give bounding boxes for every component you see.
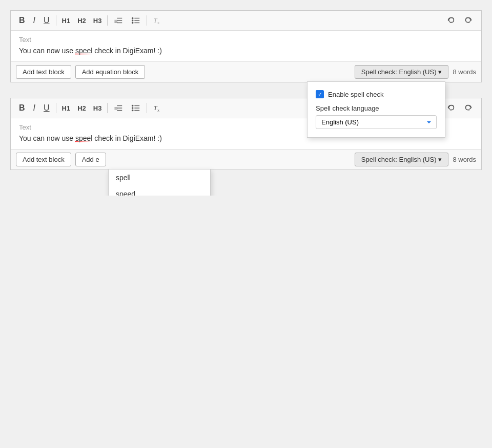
- svg-text:x: x: [158, 20, 160, 25]
- toolbar-separator-6: [147, 103, 147, 113]
- text-before-2: You can now use: [19, 134, 75, 142]
- editor-footer-1: Add text block Add equation block Spell …: [11, 61, 481, 82]
- toolbar-1: B I U H1 H2 H3 ≡: [11, 11, 481, 31]
- ordered-list-button-2[interactable]: ≡: [111, 101, 126, 115]
- svg-text:x: x: [158, 108, 160, 113]
- clear-format-icon: T x: [153, 16, 162, 25]
- spellcheck-label-2: Spell check: English (US): [361, 156, 437, 163]
- italic-button[interactable]: I: [30, 14, 38, 27]
- spellcheck-dropdown-1: ✓ Enable spell check Spell check languag…: [307, 81, 445, 138]
- add-text-block-btn-1[interactable]: Add text block: [16, 65, 71, 79]
- svg-point-5: [132, 19, 134, 22]
- h1-button-2[interactable]: H1: [59, 103, 73, 114]
- unordered-list-icon-2: [131, 103, 140, 113]
- h3-button[interactable]: H3: [91, 15, 105, 26]
- bold-button-2[interactable]: B: [16, 102, 28, 114]
- undo-icon-2: [446, 103, 456, 113]
- h2-button-2[interactable]: H2: [75, 103, 89, 114]
- language-label: Spell check language: [316, 104, 437, 112]
- bold-button[interactable]: B: [16, 14, 28, 27]
- editor-footer-2: Add text block Add e Spell check: Englis…: [11, 149, 481, 169]
- undo-button-2[interactable]: [443, 101, 459, 115]
- spellcheck-btn-2[interactable]: Spell check: English (US) ▾: [355, 153, 449, 166]
- spell-suggestions-dropdown: spell speed peel spiel steel Ignore this…: [108, 169, 211, 196]
- spellcheck-label-1: Spell check: English (US): [361, 68, 437, 76]
- h2-button[interactable]: H2: [75, 15, 89, 26]
- enable-spellcheck-checkbox[interactable]: ✓: [316, 90, 324, 98]
- text-after-2: check in DigiExam! :): [92, 134, 161, 142]
- toolbar-separator-2: [107, 15, 108, 26]
- enable-spellcheck-row: ✓ Enable spell check: [316, 90, 437, 98]
- editor-label-1: Text: [19, 36, 473, 44]
- toolbar-separator-4: [56, 103, 56, 113]
- add-equation-block-btn-1[interactable]: Add equation block: [75, 65, 146, 79]
- undo-button[interactable]: [443, 14, 459, 27]
- svg-point-16: [132, 105, 134, 107]
- underline-button-2[interactable]: U: [40, 102, 53, 114]
- unordered-list-icon: [131, 16, 140, 25]
- misspelled-word-1[interactable]: speel: [75, 47, 92, 55]
- ordered-list-icon: ≡: [114, 16, 123, 25]
- redo-button-2[interactable]: [461, 101, 476, 115]
- editor-body-1[interactable]: Text You can now use speel check in Digi…: [11, 31, 481, 61]
- svg-point-18: [132, 110, 134, 112]
- toolbar-separator-5: [107, 103, 108, 113]
- toolbar-separator-3: [147, 15, 147, 26]
- add-equation-block-btn-2[interactable]: Add e: [75, 153, 106, 166]
- add-text-block-btn-2[interactable]: Add text block: [16, 153, 71, 166]
- misspelled-word-2[interactable]: speel: [75, 134, 92, 142]
- underline-button[interactable]: U: [40, 14, 53, 27]
- unordered-list-button-2[interactable]: [128, 101, 144, 115]
- language-select[interactable]: English (US) English (UK) Spanish French…: [316, 115, 437, 129]
- word-count-2: 8 words: [453, 156, 476, 163]
- clear-format-button-2[interactable]: T x: [150, 101, 166, 115]
- editor-1: B I U H1 H2 H3 ≡: [10, 10, 482, 82]
- clear-format-button[interactable]: T x: [150, 14, 166, 27]
- svg-point-17: [132, 107, 134, 109]
- clear-format-icon-2: T x: [153, 103, 162, 113]
- redo-button[interactable]: [461, 14, 476, 27]
- text-before-1: You can now use: [19, 47, 75, 55]
- suggestion-spell[interactable]: spell: [109, 169, 210, 186]
- text-after-1: check in DigiExam! :): [92, 47, 161, 55]
- enable-spellcheck-label: Enable spell check: [328, 91, 383, 98]
- spellcheck-btn-1[interactable]: Spell check: English (US) ▾: [355, 65, 449, 79]
- language-select-wrapper: English (US) English (UK) Spanish French…: [316, 115, 437, 129]
- svg-point-4: [132, 17, 134, 19]
- spellcheck-chevron-2: ▾: [438, 156, 442, 163]
- redo-icon: [464, 16, 473, 25]
- italic-button-2[interactable]: I: [30, 102, 38, 114]
- word-count-1: 8 words: [453, 68, 476, 76]
- redo-icon-2: [464, 103, 473, 113]
- ordered-list-button[interactable]: ≡: [111, 14, 126, 27]
- ordered-list-icon-2: ≡: [114, 103, 123, 113]
- unordered-list-button[interactable]: [128, 14, 144, 27]
- h1-button[interactable]: H1: [59, 15, 73, 26]
- spellcheck-chevron-1: ▾: [438, 68, 442, 76]
- h3-button-2[interactable]: H3: [91, 103, 105, 114]
- undo-icon: [446, 16, 456, 25]
- toolbar-separator-1: [56, 15, 56, 26]
- svg-point-6: [132, 22, 134, 24]
- suggestion-speed[interactable]: speed: [109, 186, 210, 196]
- editor-content-1[interactable]: You can now use speel check in DigiExam!…: [19, 46, 473, 56]
